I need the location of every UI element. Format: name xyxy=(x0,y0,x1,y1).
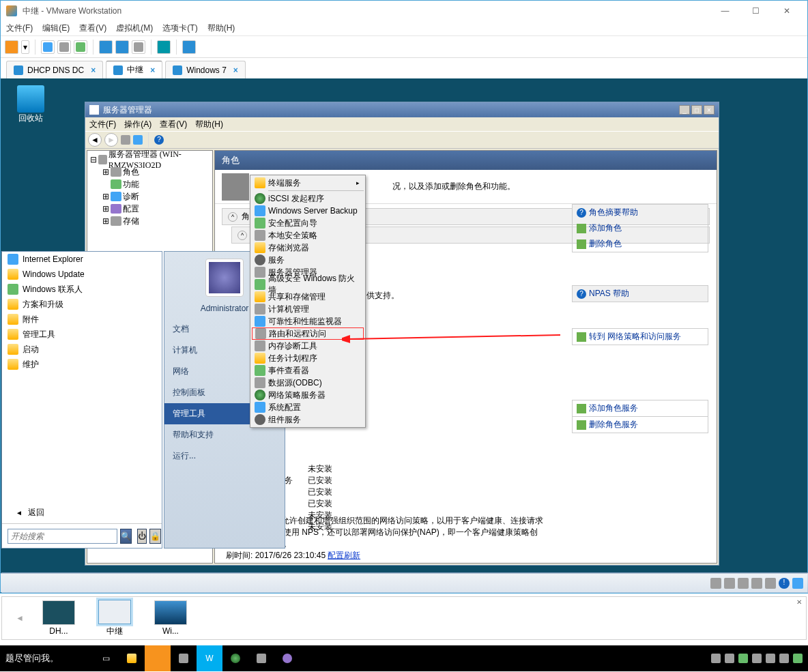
toolbar-unity-icon[interactable] xyxy=(132,40,145,54)
tray-icon[interactable] xyxy=(793,654,803,663)
status-cd-icon[interactable] xyxy=(724,578,735,589)
admin-item[interactable]: 系统配置 xyxy=(252,401,364,413)
user-avatar[interactable] xyxy=(205,259,244,297)
thumb-item[interactable]: 中继 xyxy=(93,600,136,637)
srvmgr-max-button[interactable]: □ xyxy=(691,105,702,115)
toolbar-snapshot-icon[interactable] xyxy=(41,40,55,54)
toolbar-props-icon[interactable] xyxy=(133,135,143,145)
thumb-close-button[interactable]: ✕ xyxy=(796,598,802,606)
start-item-maintenance[interactable]: 维护 xyxy=(2,357,162,372)
admin-item[interactable]: 存储浏览器 xyxy=(252,242,364,254)
menu-file[interactable]: 文件(F) xyxy=(6,23,33,34)
tree-config[interactable]: ⊞配置 xyxy=(102,203,210,215)
toolbar-fit-icon[interactable] xyxy=(99,40,113,54)
goto-npas-link[interactable]: 转到 网络策略和访问服务 xyxy=(572,328,708,345)
start-item-ie[interactable]: Internet Explorer xyxy=(2,252,162,267)
taskbar-app-icon[interactable] xyxy=(119,645,145,671)
admin-item-rras[interactable]: 路由和远程访问 xyxy=(252,327,364,340)
tab-windows7[interactable]: Windows 7 × xyxy=(165,61,246,78)
admin-item[interactable]: 可靠性和性能监视器 xyxy=(252,315,364,327)
add-role-link[interactable]: 添加角色 xyxy=(573,220,708,236)
tray-icon[interactable] xyxy=(725,654,734,663)
refresh-link[interactable]: 配置刷新 xyxy=(328,551,360,560)
toolbar-dropdown-icon[interactable]: ▾ xyxy=(21,40,29,54)
status-fullscreen-icon[interactable] xyxy=(792,578,803,589)
toolbar-power-icon[interactable] xyxy=(5,40,18,54)
admin-item[interactable]: 数据源(ODBC) xyxy=(252,377,364,389)
admin-item[interactable]: 共享和存储管理 xyxy=(252,291,364,303)
admin-item[interactable]: 本地安全策略 xyxy=(252,229,364,242)
tray-icon[interactable] xyxy=(738,654,748,663)
taskbar-app-icon[interactable] xyxy=(274,645,300,671)
tree-features[interactable]: 功能 xyxy=(102,178,210,190)
start-back-button[interactable]: 返回 xyxy=(2,504,162,521)
srvmgr-titlebar[interactable]: 服务器管理器 _ □ × xyxy=(85,102,719,117)
status-net-icon[interactable] xyxy=(738,578,749,589)
start-item-update[interactable]: Windows Update xyxy=(2,267,162,282)
remove-role-link[interactable]: 删除角色 xyxy=(573,236,708,252)
vm-desktop[interactable]: 回收站 服务器管理器 _ □ × 文件(F) 操作(A) 查看(V) 帮助(H)… xyxy=(1,78,807,593)
tab-close-icon[interactable]: × xyxy=(233,65,238,75)
places-run[interactable]: 运行... xyxy=(164,445,285,467)
tray-icon[interactable] xyxy=(711,654,721,663)
thumb-item[interactable]: DH... xyxy=(38,600,80,636)
power-button[interactable]: ⏻ xyxy=(137,529,147,544)
start-item-accessories[interactable]: 附件 xyxy=(2,312,162,327)
lock-button[interactable]: 🔒 xyxy=(149,529,161,544)
admin-item[interactable]: 任务计划程序 xyxy=(252,352,364,364)
taskbar-app-icon[interactable] xyxy=(222,645,248,671)
add-role-service-link[interactable]: 添加角色服务 xyxy=(572,400,708,416)
srvmgr-min-button[interactable]: _ xyxy=(679,105,690,115)
cortana-text[interactable]: 题尽管问我。 xyxy=(5,652,59,664)
admin-item[interactable]: iSCSI 发起程序 xyxy=(252,192,364,205)
toolbar-disk-icon[interactable] xyxy=(57,40,71,54)
nav-forward-button[interactable]: ► xyxy=(104,133,118,147)
admin-item[interactable]: 高级安全 Windows 防火墙 xyxy=(252,278,364,291)
close-button[interactable]: ✕ xyxy=(771,1,802,20)
status-usb-icon[interactable] xyxy=(751,578,762,589)
start-item-contacts[interactable]: Windows 联系人 xyxy=(2,282,162,297)
toolbar-help-icon[interactable]: ? xyxy=(154,135,164,145)
tree-storage[interactable]: ⊞存储 xyxy=(102,215,210,227)
tree-diag[interactable]: ⊞诊断 xyxy=(102,190,210,203)
status-hdd-icon[interactable] xyxy=(710,578,721,589)
tab-close-icon[interactable]: × xyxy=(91,65,96,75)
admin-item[interactable]: 网络策略服务器 xyxy=(252,389,364,401)
srvmgr-menu-help[interactable]: 帮助(H) xyxy=(195,119,223,130)
menu-view[interactable]: 查看(V) xyxy=(79,23,106,34)
toolbar-fullscreen-icon[interactable] xyxy=(157,40,171,54)
status-msg-icon[interactable]: ! xyxy=(779,578,790,589)
toolbar-revert-icon[interactable] xyxy=(74,40,87,54)
admin-item[interactable]: 计算机管理 xyxy=(252,303,364,315)
remove-role-service-link[interactable]: 删除角色服务 xyxy=(572,416,708,433)
tab-relay[interactable]: 中继 × xyxy=(106,61,162,78)
menu-edit[interactable]: 编辑(E) xyxy=(42,23,70,34)
thumb-item[interactable]: Wi... xyxy=(149,600,192,636)
tray-icon[interactable] xyxy=(779,654,789,663)
admin-item[interactable]: 内存诊断工具 xyxy=(252,340,364,352)
nav-back-button[interactable]: ◄ xyxy=(88,133,102,147)
toolbar-library-icon[interactable] xyxy=(182,40,196,54)
tray-icon[interactable] xyxy=(752,654,762,663)
tray-icon[interactable] xyxy=(766,654,775,663)
admin-item[interactable]: 终端服务 xyxy=(252,177,364,189)
status-sound-icon[interactable] xyxy=(765,578,776,589)
start-item-startup[interactable]: 启动 xyxy=(2,342,162,357)
minimize-button[interactable]: — xyxy=(710,1,740,20)
srvmgr-menu-file[interactable]: 文件(F) xyxy=(89,119,116,130)
search-button[interactable]: 🔍 xyxy=(120,529,132,544)
admin-item[interactable]: Windows Server Backup xyxy=(252,205,364,217)
tab-dhcp-dns-dc[interactable]: DHCP DNS DC × xyxy=(6,61,103,78)
start-item-admin-tools[interactable]: 管理工具 xyxy=(2,327,162,342)
start-item-plan[interactable]: 方案和升级 xyxy=(2,297,162,312)
menu-help[interactable]: 帮助(H) xyxy=(207,23,235,34)
taskbar-app-icon[interactable] xyxy=(171,645,197,671)
srvmgr-menu-view[interactable]: 查看(V) xyxy=(160,119,187,130)
tab-close-icon[interactable]: × xyxy=(150,65,155,75)
srvmgr-close-button[interactable]: × xyxy=(704,105,715,115)
taskbar-app-icon[interactable] xyxy=(248,645,274,671)
tree-root[interactable]: ⊟ 服务器管理器 (WIN-RMZWS3IO2D xyxy=(90,154,210,166)
thumb-prev-button[interactable]: ◄ xyxy=(16,613,24,623)
menu-tabs[interactable]: 选项卡(T) xyxy=(162,23,197,34)
admin-item[interactable]: 服务 xyxy=(252,254,364,266)
